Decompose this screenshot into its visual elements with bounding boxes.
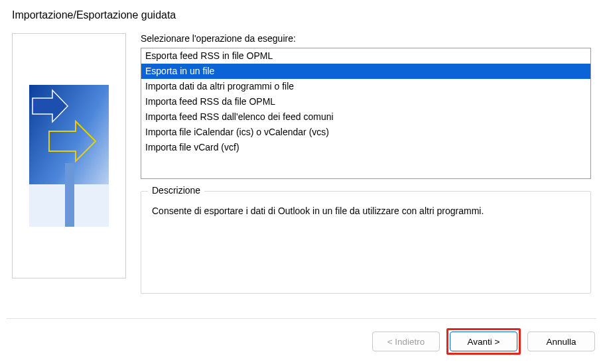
description-legend: Descrizione <box>148 185 204 196</box>
description-text: Consente di esportare i dati di Outlook … <box>152 205 580 218</box>
wizard-image-panel <box>12 33 126 278</box>
svg-rect-2 <box>65 163 74 227</box>
operation-list-item[interactable]: Importa feed RSS da file OPML <box>141 94 590 109</box>
description-group: Descrizione Consente di esportare i dati… <box>141 191 591 294</box>
operation-list-item[interactable]: Importa dati da altri programmi o file <box>141 79 590 94</box>
operation-list-item[interactable]: Esporta feed RSS in file OPML <box>141 48 590 64</box>
dialog-title: Importazione/Esportazione guidata <box>0 0 603 27</box>
operation-listbox[interactable]: Esporta feed RSS in file OPMLEsporta in … <box>141 48 591 179</box>
back-button[interactable]: < Indietro <box>372 332 440 351</box>
wizard-main-panel: Selezionare l'operazione da eseguire: Es… <box>141 33 591 306</box>
dialog-content: Selezionare l'operazione da eseguire: Es… <box>0 27 603 306</box>
wizard-arrows-icon <box>29 85 109 227</box>
operation-list-item[interactable]: Importa feed RSS dall'elenco dei feed co… <box>141 109 590 125</box>
next-button[interactable]: Avanti > <box>450 332 517 351</box>
operation-list-item[interactable]: Esporta in un file <box>141 64 590 79</box>
import-export-wizard-dialog: Importazione/Esportazione guidata <box>0 0 603 364</box>
next-button-highlight: Avanti > <box>446 328 521 355</box>
operation-list-label: Selezionare l'operazione da eseguire: <box>141 33 591 44</box>
operation-list-item[interactable]: Importa file vCard (vcf) <box>141 140 590 155</box>
wizard-button-row: < Indietro Avanti > Annulla <box>0 319 603 364</box>
operation-list-item[interactable]: Importa file iCalendar (ics) o vCalendar… <box>141 125 590 140</box>
cancel-button[interactable]: Annulla <box>527 332 595 351</box>
